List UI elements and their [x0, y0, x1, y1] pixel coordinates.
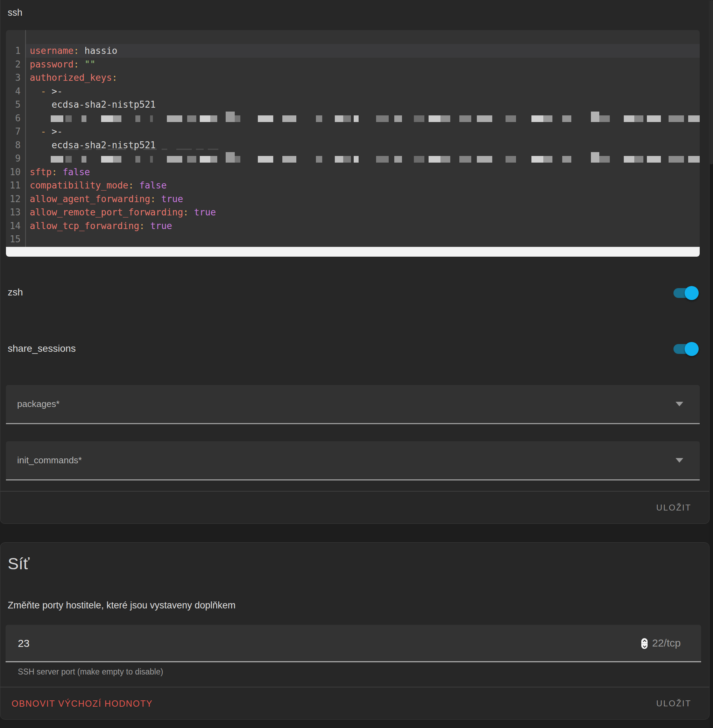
code-line: 7 - >-: [6, 125, 700, 138]
zsh-option-label: zsh: [8, 287, 23, 298]
code-line: 13allow_remote_port_forwarding: true: [6, 205, 700, 219]
toggle-thumb: [685, 286, 699, 300]
code-line: 9: [6, 152, 700, 165]
line-number: 10: [6, 165, 21, 179]
code-line: 15: [6, 232, 700, 246]
packages-dropdown[interactable]: packages*: [6, 385, 700, 424]
page-scrollbar[interactable]: [710, 0, 713, 728]
port-suffix-label: 22/tcp: [652, 625, 681, 661]
code-text: allow_remote_port_forwarding: true: [26, 205, 700, 219]
code-text: [26, 232, 700, 246]
redacted-secret-row: [26, 112, 700, 125]
code-text: - >-: [26, 85, 700, 98]
toggle-thumb: [685, 342, 699, 356]
reset-defaults-button[interactable]: OBNOVIT VÝCHOZÍ HODNOTY: [12, 697, 152, 710]
line-number: 2: [6, 58, 21, 71]
code-line: 11compatibility_mode: false: [6, 179, 700, 192]
line-number: 4: [6, 85, 21, 98]
line-number: 13: [6, 205, 21, 219]
addon-config-page: ssh 1username: hassio2password: ""3autho…: [0, 0, 713, 728]
code-text: allow_tcp_forwarding: true: [26, 219, 700, 233]
code-text: username: hassio: [26, 44, 700, 58]
code-editor[interactable]: 1username: hassio2password: ""3authorize…: [6, 30, 700, 257]
line-number: 11: [6, 179, 21, 192]
zsh-toggle[interactable]: [673, 288, 694, 298]
editor-rows: 1username: hassio2password: ""3authorize…: [6, 44, 700, 246]
code-line: 6: [6, 112, 700, 125]
save-button[interactable]: ULOŽIT: [646, 697, 702, 710]
code-line: 14allow_tcp_forwarding: true: [6, 219, 700, 233]
code-text: ecdsa-sha2-nistp521: [26, 98, 700, 112]
port-helper-text: SSH server port (make empty to disable): [18, 667, 163, 677]
code-text: compatibility_mode: false: [26, 179, 700, 192]
stepper-down-button[interactable]: [641, 644, 647, 649]
network-section-title: Síť: [8, 554, 29, 573]
init-commands-dropdown[interactable]: init_commands*: [6, 441, 700, 481]
line-number: 6: [6, 112, 21, 125]
code-text: password: "": [26, 58, 700, 71]
card-divider: [0, 687, 710, 688]
stepper-up-button[interactable]: [641, 638, 647, 644]
number-stepper: [641, 638, 647, 649]
card-divider: [0, 491, 710, 491]
share-sessions-option-label: share_sessions: [8, 343, 76, 354]
code-text: - >-: [26, 125, 700, 138]
code-text: ecdsa-sha2-nistp521: [26, 138, 700, 152]
packages-dropdown-label: packages*: [17, 385, 60, 423]
line-number: 5: [6, 98, 21, 112]
share-sessions-toggle[interactable]: [673, 344, 694, 354]
line-number: 1: [6, 44, 21, 58]
line-number: 7: [6, 125, 21, 138]
line-number: 14: [6, 219, 21, 233]
code-text: sftp: false: [26, 165, 700, 179]
code-line: 3authorized_keys:: [6, 71, 700, 85]
save-button[interactable]: ULOŽIT: [646, 501, 702, 515]
code-text: allow_agent_forwarding: true: [26, 192, 700, 206]
chevron-up-icon: [643, 640, 646, 643]
code-line: 10sftp: false: [6, 165, 700, 179]
scrollbar-thumb[interactable]: [710, 0, 713, 164]
line-number: 9: [6, 152, 21, 165]
network-section-description: Změňte porty hostitele, které jsou vysta…: [8, 600, 236, 611]
chevron-down-icon: [676, 402, 683, 406]
code-line: 2password: "": [6, 58, 700, 71]
code-line: 1username: hassio: [6, 44, 700, 58]
ssh-option-label: ssh: [8, 7, 22, 18]
code-text: authorized_keys:: [26, 71, 700, 85]
ssh-port-field: [6, 625, 701, 662]
code-line: 12allow_agent_forwarding: true: [6, 192, 700, 206]
editor-horizontal-scrollbar[interactable]: [6, 247, 700, 257]
line-number: 8: [6, 138, 21, 152]
redacted-secret-row: [26, 152, 700, 165]
code-line: 8 ecdsa-sha2-nistp521: [6, 138, 700, 152]
line-number: 3: [6, 71, 21, 85]
code-line: 5 ecdsa-sha2-nistp521: [6, 98, 700, 112]
chevron-down-icon: [643, 644, 646, 648]
port-input[interactable]: [17, 625, 543, 662]
chevron-down-icon: [676, 458, 683, 463]
code-line: 4 - >-: [6, 85, 700, 98]
init-commands-dropdown-label: init_commands*: [17, 441, 82, 479]
line-number: 15: [6, 232, 21, 246]
line-number: 12: [6, 192, 21, 206]
